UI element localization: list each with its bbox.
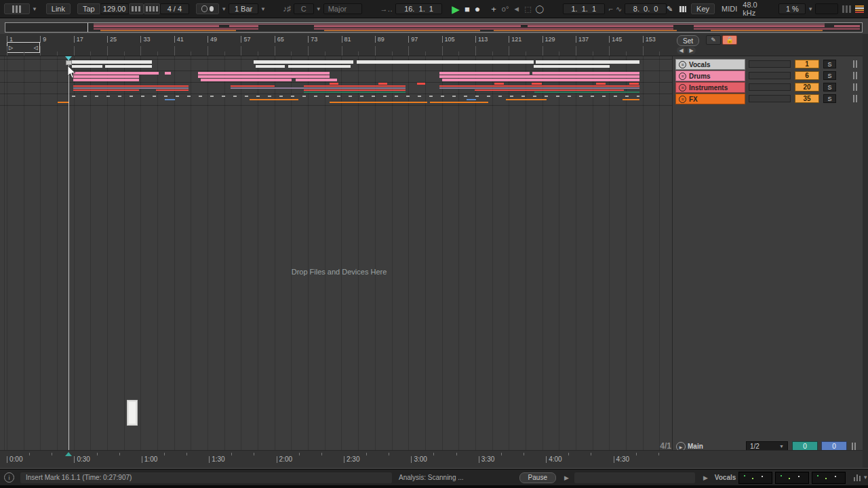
playhead[interactable]: [68, 56, 69, 450]
key-root-field[interactable]: C: [294, 3, 314, 14]
arrangement-overview[interactable]: [5, 22, 863, 33]
playhead-time-marker[interactable]: [65, 452, 72, 456]
draw-automation-button[interactable]: ✎: [706, 35, 721, 45]
drums-clip[interactable]: [73, 79, 139, 81]
fx-clip[interactable]: [250, 99, 298, 100]
loop-start-field[interactable]: 1. 1. 1: [563, 3, 605, 14]
instruments-clip[interactable]: [596, 83, 606, 85]
loop-length-field[interactable]: 8. 0. 0: [625, 3, 667, 14]
instruments-clip[interactable]: [417, 83, 425, 85]
capture-icon[interactable]: ◯: [536, 5, 544, 14]
fx-clip[interactable]: [506, 99, 547, 100]
instruments-clip[interactable]: [494, 83, 504, 85]
instruments-clip[interactable]: [629, 83, 639, 85]
instruments-clip[interactable]: [439, 85, 639, 87]
drums-clip[interactable]: [165, 72, 171, 75]
track-automation-box[interactable]: [749, 72, 791, 79]
loop-end-handle[interactable]: ◁: [34, 45, 38, 51]
next-locator-button[interactable]: ▶: [687, 47, 696, 54]
drums-clip[interactable]: [198, 75, 330, 78]
fx-clip[interactable]: [72, 96, 639, 97]
track-solo-button[interactable]: S: [823, 83, 836, 92]
instruments-clip[interactable]: [439, 87, 639, 89]
lock-envelopes-button[interactable]: 🔒: [722, 35, 737, 45]
vocals-clip[interactable]: [256, 65, 285, 68]
level-meter-icon[interactable]: [854, 474, 861, 481]
set-locator-button[interactable]: Set: [677, 35, 699, 46]
track-name-instruments[interactable]: ≡Instruments: [675, 82, 745, 93]
fx-clip[interactable]: [430, 102, 488, 103]
drums-clip[interactable]: [439, 72, 530, 75]
midi-map-button[interactable]: MIDI: [722, 5, 737, 13]
chevron-down-icon[interactable]: ▼: [808, 6, 813, 12]
prev-locator-button[interactable]: ◀: [677, 47, 686, 54]
drums-clip[interactable]: [296, 79, 337, 81]
instruments-clip[interactable]: [304, 85, 406, 87]
key-map-button[interactable]: Key: [691, 3, 715, 14]
device-thumbnail[interactable]: [738, 472, 772, 484]
track-menu-icon[interactable]: ≡: [679, 73, 686, 80]
instruments-clip[interactable]: [475, 89, 624, 91]
drums-clip[interactable]: [439, 75, 639, 78]
track-solo-button[interactable]: S: [823, 71, 836, 80]
back-to-arrangement-icon[interactable]: ◄: [513, 5, 520, 13]
midi-overdub-icon[interactable]: o°: [502, 5, 509, 13]
instruments-clip[interactable]: [73, 87, 189, 89]
time-ruler[interactable]: 0:000:301:001:302:002:303:003:304:004:30: [0, 450, 672, 468]
punch-in-icon[interactable]: ⌐: [609, 5, 613, 13]
loop-switch-icon[interactable]: ∿: [616, 5, 622, 14]
fx-clip[interactable]: [58, 102, 69, 103]
arrangement-position-field[interactable]: 16. 1. 1: [395, 3, 443, 14]
instruments-clip[interactable]: [532, 83, 542, 85]
instruments-clip[interactable]: [231, 87, 406, 89]
track-menu-icon[interactable]: ≡: [679, 84, 686, 92]
chevron-down-icon[interactable]: ▼: [32, 6, 37, 12]
nudge-up-icon[interactable]: [144, 3, 160, 14]
track-automation-box[interactable]: [749, 60, 791, 68]
tap-tempo-button[interactable]: Tap: [77, 3, 100, 14]
vocals-clip[interactable]: [536, 60, 639, 64]
fx-clip[interactable]: [165, 99, 175, 100]
cpu-load-field[interactable]: 1 %: [778, 3, 806, 14]
stop-button[interactable]: ■: [465, 5, 470, 14]
track-solo-button[interactable]: S: [823, 94, 836, 103]
track-value-box[interactable]: 35: [795, 94, 819, 103]
chevron-down-icon[interactable]: ▼: [316, 6, 321, 12]
selection-handle[interactable]: [66, 60, 72, 65]
drums-clip[interactable]: [73, 75, 139, 78]
instruments-clip[interactable]: [73, 89, 139, 91]
pause-analysis-button[interactable]: Pause: [519, 472, 556, 483]
follow-icon[interactable]: →‥: [380, 5, 392, 14]
drums-clip[interactable]: [442, 79, 639, 81]
drums-clip[interactable]: [201, 79, 292, 81]
instruments-clip[interactable]: [304, 92, 406, 93]
chevron-down-icon[interactable]: ▼: [260, 6, 266, 12]
track-name-drums[interactable]: ≡Drums: [675, 70, 745, 81]
monitor-play-icon[interactable]: ▶: [703, 474, 708, 481]
drums-clip[interactable]: [73, 72, 159, 75]
selection-box-icon[interactable]: ⬚: [524, 5, 531, 14]
preview-play-icon[interactable]: ▶: [564, 474, 569, 481]
draw-mode-icon[interactable]: ✎: [667, 5, 673, 14]
vocals-clip[interactable]: [254, 60, 353, 64]
device-thumbnail[interactable]: [775, 472, 809, 484]
instruments-clip[interactable]: [330, 83, 338, 85]
fx-clip[interactable]: [623, 99, 639, 100]
drums-clip[interactable]: [532, 72, 639, 75]
nudge-down-icon[interactable]: [129, 3, 144, 14]
track-automation-box[interactable]: [749, 95, 791, 102]
track-automation-box[interactable]: [749, 83, 791, 91]
metronome-button[interactable]: [196, 3, 219, 14]
link-button[interactable]: Link: [46, 3, 71, 14]
vocals-clip[interactable]: [534, 65, 610, 68]
vocals-clip[interactable]: [288, 65, 351, 68]
tempo-field[interactable]: 129.00: [100, 3, 129, 14]
new-button[interactable]: +: [491, 4, 496, 14]
record-button[interactable]: ●: [475, 4, 480, 14]
track-solo-button[interactable]: S: [823, 60, 836, 68]
computer-midi-keyboard-icon[interactable]: [678, 5, 687, 13]
scale-name-field[interactable]: Major: [323, 3, 363, 14]
drums-clip[interactable]: [198, 72, 330, 75]
track-menu-icon[interactable]: ≡: [679, 96, 686, 103]
dragged-clip-ghost[interactable]: [127, 400, 138, 426]
